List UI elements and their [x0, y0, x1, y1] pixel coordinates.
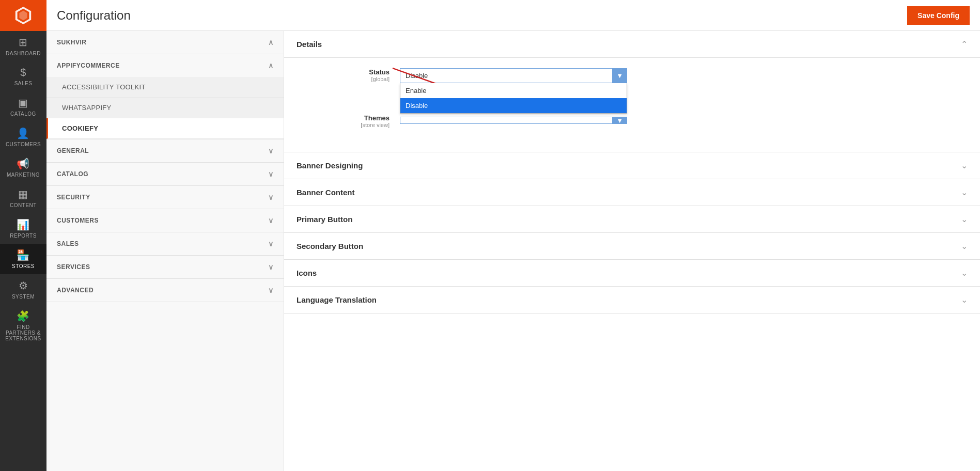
dashboard-icon: ⊞: [19, 36, 28, 49]
sidebar-section-sukhvir: SUKHVIR ∧: [46, 31, 284, 54]
sidebar-section-appifycommerce: APPIFYCOMMERCE ∧ ACCESSIBILITY TOOLKIT W…: [46, 54, 284, 139]
top-header: Configuration Save Config: [46, 0, 980, 31]
chevron-down-icon-customers: ∨: [268, 216, 274, 225]
nav-label-find-partners: FIND PARTNERS & EXTENSIONS: [3, 324, 44, 341]
sidebar-section-services: SERVICES ∨: [46, 256, 284, 279]
sidebar-section-header-sales[interactable]: SALES ∨: [46, 232, 284, 255]
banner-content-header[interactable]: Banner Content ⌄: [284, 179, 980, 206]
sidebar-section-label-security: SECURITY: [57, 194, 90, 201]
nav-item-dashboard[interactable]: ⊞ DASHBOARD: [0, 31, 46, 61]
nav-item-content[interactable]: ▦ CONTENT: [0, 183, 46, 213]
reports-icon: 📊: [17, 218, 30, 231]
primary-button-title: Primary Button: [297, 215, 352, 224]
nav-label-system: SYSTEM: [12, 294, 35, 300]
marketing-icon: 📢: [17, 158, 30, 170]
appifycommerce-sub-items: ACCESSIBILITY TOOLKIT WHATSAPPIFY Cookie…: [46, 77, 284, 139]
sidebar-section-header-security[interactable]: SECURITY ∨: [46, 186, 284, 209]
icons-panel: Icons ⌄: [284, 260, 980, 287]
nav-item-marketing[interactable]: 📢 MARKETING: [0, 152, 46, 183]
sidebar-section-header-advanced[interactable]: ADVANCED ∨: [46, 279, 284, 302]
sidebar-item-label-whatsappify: WHATSAPPIFY: [62, 104, 112, 112]
status-select-wrapper: Disable ▼ Enable Disable: [400, 68, 627, 83]
sidebar-section-header-services[interactable]: SERVICES ∨: [46, 256, 284, 278]
sidebar-item-label-accessibility-toolkit: ACCESSIBILITY TOOLKIT: [62, 83, 146, 91]
status-select[interactable]: Disable ▼: [400, 68, 627, 83]
nav-label-sales: SALES: [14, 81, 33, 86]
secondary-button-header[interactable]: Secondary Button ⌄: [284, 233, 980, 259]
sidebar-section-header-customers[interactable]: CUSTOMERS ∨: [46, 209, 284, 232]
status-label-col: Status [global]: [297, 68, 400, 82]
status-option-disable[interactable]: Disable: [400, 98, 627, 113]
sidebar-section-label-sukhvir: SUKHVIR: [57, 39, 87, 46]
sidebar-item-cookiefy[interactable]: Cookiefy: [46, 118, 284, 139]
themes-select-wrapper: ▼: [400, 117, 627, 124]
customers-icon: 👤: [17, 127, 30, 139]
nav-item-customers[interactable]: 👤 CUSTOMERS: [0, 122, 46, 152]
banner-designing-header[interactable]: Banner Designing ⌄: [284, 152, 980, 179]
status-select-value: Disable: [406, 72, 428, 80]
banner-content-panel: Banner Content ⌄: [284, 179, 980, 206]
nav-item-reports[interactable]: 📊 REPORTS: [0, 213, 46, 244]
content-icon: ▦: [18, 188, 28, 200]
language-translation-header[interactable]: Language Translation ⌄: [284, 287, 980, 313]
status-form-row: Status [global] Disable ▼: [297, 68, 968, 83]
sidebar-section-sales: SALES ∨: [46, 232, 284, 256]
details-form: Status [global] Disable ▼: [284, 58, 980, 152]
icons-header[interactable]: Icons ⌄: [284, 260, 980, 286]
language-translation-title: Language Translation: [297, 295, 377, 304]
sidebar-section-label-advanced: ADVANCED: [57, 287, 94, 294]
sidebar-section-general: GENERAL ∨: [46, 139, 284, 163]
nav-label-stores: STORES: [12, 263, 35, 269]
sidebar-item-accessibility-toolkit[interactable]: ACCESSIBILITY TOOLKIT: [46, 77, 284, 98]
main-container: Configuration Save Config SUKHVIR ∧ APPI…: [46, 0, 980, 471]
themes-select[interactable]: ▼: [400, 117, 627, 124]
details-chevron-up-icon[interactable]: ⌃: [961, 39, 968, 49]
sidebar-section-catalog: CATALOG ∨: [46, 163, 284, 186]
secondary-button-title: Secondary Button: [297, 242, 363, 250]
nav-label-content: CONTENT: [10, 202, 37, 208]
sidebar-item-label-cookiefy: Cookiefy: [62, 124, 98, 132]
sidebar-item-whatsappify[interactable]: WHATSAPPIFY: [46, 98, 284, 118]
sidebar-section-customers: CUSTOMERS ∨: [46, 209, 284, 232]
status-option-enable[interactable]: Enable: [400, 83, 627, 98]
app-logo[interactable]: [0, 0, 46, 31]
partners-icon: 🧩: [17, 310, 30, 322]
sidebar-section-label-appifycommerce: APPIFYCOMMERCE: [57, 62, 120, 69]
catalog-icon: ▣: [18, 97, 28, 109]
primary-button-header[interactable]: Primary Button ⌄: [284, 206, 980, 232]
nav-label-catalog: CATALOG: [10, 111, 36, 117]
sales-icon: $: [20, 67, 26, 78]
content-area: SUKHVIR ∧ APPIFYCOMMERCE ∧ ACCESSIBILITY…: [46, 31, 980, 471]
icons-title: Icons: [297, 269, 317, 277]
select-arrow-icon: ▼: [612, 68, 627, 83]
save-config-button[interactable]: Save Config: [907, 6, 970, 25]
themes-form-row: Themes [store view] ▼: [297, 114, 968, 128]
sidebar-section-header-sukhvir[interactable]: SUKHVIR ∧: [46, 31, 284, 54]
sidebar-section-label-customers: CUSTOMERS: [57, 217, 99, 224]
nav-item-find-partners[interactable]: 🧩 FIND PARTNERS & EXTENSIONS: [0, 305, 46, 347]
sidebar-section-header-catalog[interactable]: CATALOG ∨: [46, 163, 284, 185]
secondary-button-panel: Secondary Button ⌄: [284, 233, 980, 260]
chevron-down-icon-general: ∨: [268, 147, 274, 155]
details-header: Details ⌃: [284, 31, 980, 58]
system-icon: ⚙: [19, 279, 28, 292]
banner-content-title: Banner Content: [297, 188, 355, 197]
sidebar-section-label-catalog: CATALOG: [57, 170, 88, 178]
sidebar-section-header-appifycommerce[interactable]: APPIFYCOMMERCE ∧: [46, 54, 284, 77]
themes-sub-label: [store view]: [297, 122, 390, 128]
sidebar-section-header-general[interactable]: GENERAL ∨: [46, 139, 284, 162]
main-content: Details ⌃: [284, 31, 980, 471]
nav-item-stores[interactable]: 🏪 STORES: [0, 244, 46, 274]
status-label: Status: [369, 68, 390, 76]
status-control-col: Disable ▼ Enable Disable: [400, 68, 968, 83]
nav-item-catalog[interactable]: ▣ CATALOG: [0, 91, 46, 122]
nav-item-sales[interactable]: $ SALES: [0, 61, 46, 91]
themes-select-arrow-icon: ▼: [612, 117, 627, 124]
banner-designing-panel: Banner Designing ⌄: [284, 152, 980, 179]
sidebar-section-label-services: SERVICES: [57, 263, 90, 271]
chevron-down-icon-catalog: ∨: [268, 170, 274, 178]
themes-label-col: Themes [store view]: [297, 114, 400, 128]
nav-label-dashboard: DASHBOARD: [6, 51, 41, 56]
nav-item-system[interactable]: ⚙ SYSTEM: [0, 274, 46, 305]
themes-label: Themes: [364, 114, 390, 122]
